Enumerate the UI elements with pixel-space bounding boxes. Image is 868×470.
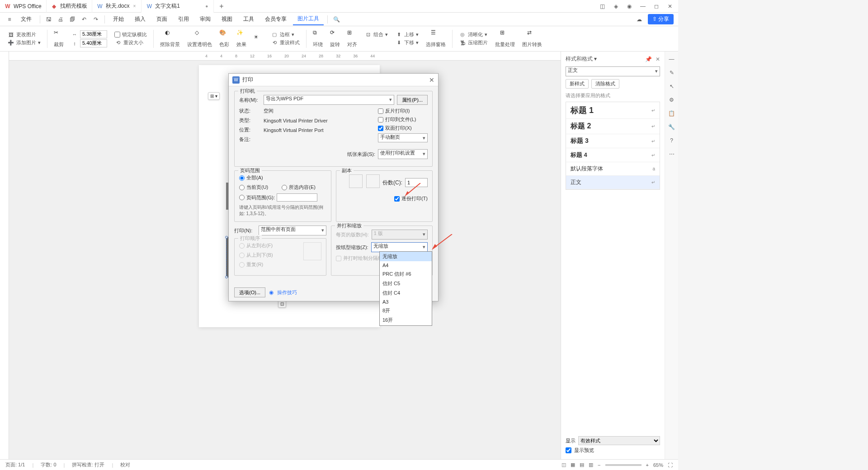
tab-wps-office[interactable]: W WPS Office (0, 0, 47, 13)
brightness-button[interactable]: ☀ (251, 33, 266, 45)
rotate-button[interactable]: ⟳旋转 (327, 28, 343, 49)
selection-radio[interactable]: 所选内容(E) (282, 184, 316, 191)
menu-reference[interactable]: 引用 (174, 14, 193, 25)
clarity-button[interactable]: ◎清晰化 ▾ (459, 31, 488, 38)
dropdown-item[interactable]: 信封 C5 (380, 279, 432, 288)
current-page-radio[interactable]: 当前页(U) (239, 184, 268, 191)
collate-checkbox[interactable]: 逐份打印(T) (341, 195, 428, 202)
print-to-file-checkbox[interactable]: 打印到文件(L) (378, 116, 428, 123)
menu-member[interactable]: 会员专享 (260, 14, 291, 25)
style-body[interactable]: 正文↵ (566, 176, 660, 189)
dropdown-item[interactable]: A4 (380, 261, 432, 269)
printer-select[interactable]: 导出为WPS PDF (264, 95, 394, 105)
compress-button[interactable]: 🗜压缩图片 (459, 39, 488, 47)
combine-button[interactable]: ⊡组合 ▾ (364, 31, 388, 38)
backward-button[interactable]: ⬇下移 ▾ (395, 39, 419, 47)
avatar-icon[interactable]: ◉ (626, 3, 633, 10)
wrap-button[interactable]: ⧉环绕 (310, 28, 326, 49)
resize-handle[interactable] (225, 276, 228, 278)
minimize-icon[interactable]: — (639, 3, 646, 10)
cursor-icon[interactable]: ↖ (670, 83, 674, 89)
dropdown-item[interactable]: 大16开 (380, 325, 432, 326)
properties-button[interactable]: 属性(P)... (397, 95, 428, 105)
clear-format-button[interactable]: 清除格式 (591, 79, 619, 89)
scale-dropdown[interactable]: 无缩放 A4 PRC 信封 #6 信封 C5 信封 C4 A3 8开 16开 大… (379, 251, 432, 326)
remove-bg-button[interactable]: ◐抠除背景 (157, 28, 183, 49)
new-tab-button[interactable]: + (214, 2, 229, 10)
page-range-radio[interactable]: 页码范围(G): (239, 193, 326, 202)
show-filter-select[interactable]: 有效样式 (578, 436, 660, 445)
page-range-input[interactable] (277, 193, 317, 202)
menu-view[interactable]: 视图 (217, 14, 237, 25)
page-status[interactable]: 页面: 1/1 (5, 461, 25, 468)
close-icon[interactable]: ● (204, 4, 209, 9)
view-icon[interactable]: ▥ (589, 462, 593, 468)
menu-icon[interactable]: ≡ (5, 14, 14, 24)
more-icon[interactable]: ⋯ (669, 151, 675, 157)
zoom-in-icon[interactable]: + (646, 462, 649, 468)
style-heading3[interactable]: 标题 3↵ (566, 134, 660, 148)
close-window-icon[interactable]: ✕ (666, 3, 674, 10)
maximize-icon[interactable]: ◻ (653, 3, 660, 10)
view-icon[interactable]: ◫ (561, 462, 566, 468)
view-icon[interactable]: ▦ (571, 462, 575, 468)
dropdown-item[interactable]: A3 (380, 298, 432, 306)
new-style-button[interactable]: 新样式 (566, 79, 589, 89)
resize-handle[interactable] (225, 236, 228, 239)
height-input[interactable] (80, 39, 107, 47)
settings-icon[interactable]: ⚙ (669, 97, 674, 103)
tips-link[interactable]: 操作技巧 (277, 289, 297, 296)
close-icon[interactable]: ✕ (656, 56, 660, 62)
border-button[interactable]: ▢边框 ▾ (271, 31, 300, 38)
menu-picture-tools[interactable]: 图片工具 (293, 13, 324, 25)
style-heading2[interactable]: 标题 2↵ (566, 119, 660, 134)
all-pages-radio[interactable]: 全部(A) (239, 174, 326, 181)
preview-checkbox[interactable]: 显示预览 (566, 447, 660, 454)
width-input[interactable] (80, 30, 107, 38)
color-button[interactable]: 🎨色彩 (217, 28, 232, 49)
search-icon[interactable]: 🔍 (331, 14, 341, 24)
view-icon[interactable]: ▤ (580, 462, 584, 468)
pin-icon[interactable]: 📌 (645, 56, 652, 62)
menu-tools[interactable]: 工具 (239, 14, 259, 25)
menu-start[interactable]: 开始 (108, 14, 128, 25)
scale-select[interactable]: 无缩放 (371, 242, 428, 252)
convert-button[interactable]: ⇄图片转换 (519, 28, 545, 49)
dropdown-item[interactable]: 无缩放 (380, 252, 432, 261)
duplex-checkbox[interactable]: 双面打印(X) (378, 125, 428, 132)
change-picture-button[interactable]: 🖼更改图片 (7, 31, 41, 38)
word-count[interactable]: 字数: 0 (41, 461, 56, 468)
tab-template[interactable]: ◆ 找稻壳模板 (47, 0, 92, 13)
undo-icon[interactable]: ↶ (79, 14, 89, 24)
reset-size-button[interactable]: ⟲重设大小 (114, 39, 147, 46)
select-pane-button[interactable]: ☰选择窗格 (423, 28, 448, 49)
style-heading4[interactable]: 标题 4↵ (566, 148, 660, 162)
reset-style-button[interactable]: ⟲重设样式 (271, 39, 300, 47)
share-button[interactable]: ⇧ 分享 (648, 14, 674, 24)
forward-button[interactable]: ⬆上移 ▾ (395, 31, 419, 38)
paper-source-select[interactable]: 使用打印机设置 (378, 149, 428, 159)
save-icon[interactable]: 🖫 (44, 14, 54, 24)
options-button[interactable]: 选项(O)... (234, 287, 265, 297)
tools-icon[interactable]: 🔧 (668, 124, 675, 130)
print-what-select[interactable]: 范围中所有页面 (259, 226, 326, 235)
spell-check-status[interactable]: 拼写检查: 打开 (72, 461, 104, 468)
lock-ratio-checkbox[interactable]: 锁定纵横比 (114, 31, 147, 38)
crop-button[interactable]: ✂裁剪 (51, 28, 66, 49)
proof-status[interactable]: 校对 (120, 461, 130, 468)
menu-review[interactable]: 审阅 (195, 14, 215, 25)
transparent-button[interactable]: ◇设置透明色 (184, 28, 215, 49)
pencil-icon[interactable]: ✎ (670, 70, 674, 76)
layout-widget[interactable]: ⊞ ▾ (208, 92, 220, 100)
zoom-value[interactable]: 65% (653, 462, 663, 468)
dialog-titlebar[interactable]: W 打印 ✕ (229, 74, 438, 86)
preview-icon[interactable]: 🗐 (67, 14, 77, 24)
file-menu[interactable]: 文件 (16, 14, 36, 25)
dropdown-item[interactable]: 8开 (380, 306, 432, 315)
reverse-print-checkbox[interactable]: 反片打印(I) (378, 108, 428, 114)
zoom-slider[interactable] (605, 464, 642, 466)
window-icon[interactable]: ◫ (599, 3, 606, 10)
print-icon[interactable]: 🖨 (56, 14, 66, 24)
collapse-icon[interactable]: — (669, 56, 675, 62)
close-icon[interactable]: × (132, 4, 137, 9)
